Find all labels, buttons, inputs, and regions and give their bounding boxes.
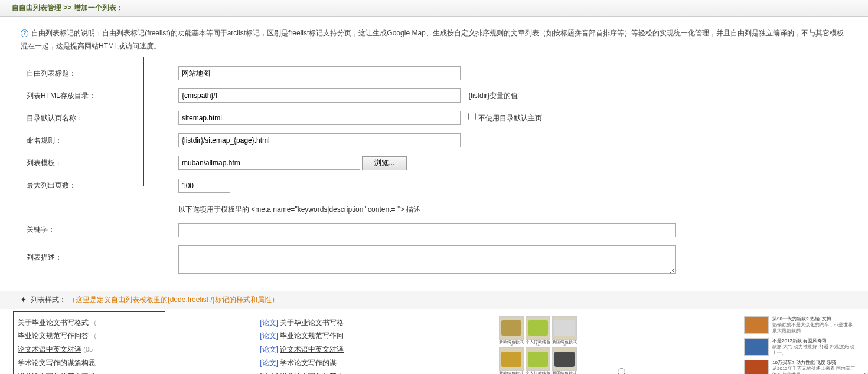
label-nodef: 不使用目录默认主页 <box>478 114 542 122</box>
style-radio-3[interactable] <box>618 368 625 374</box>
collapse-icon[interactable]: ✦ <box>21 296 26 303</box>
input-default[interactable] <box>178 111 461 125</box>
label-rule: 命名规则： <box>22 130 172 151</box>
meta-hint: 以下选项用于模板里的 <meta name="keywords|descript… <box>174 198 849 218</box>
help-icon: ? <box>21 29 28 37</box>
list-item-link[interactable]: 学术论文写作的谋篇构思 <box>18 359 96 367</box>
list-item-link[interactable]: 毕业论文规范写作问 <box>280 332 344 340</box>
list-item-link[interactable]: 关于毕业论文书写格式 <box>18 319 89 327</box>
thumbnail[interactable] <box>526 316 550 340</box>
info-text: ? 自由列表标记的说明：自由列表标记(freelist)的功能基本等同于arcl… <box>21 27 850 53</box>
thumbnail <box>744 338 769 356</box>
checkbox-nodef[interactable] <box>468 113 476 120</box>
input-dir[interactable] <box>178 88 461 103</box>
label-dir: 列表HTML存放目录： <box>22 85 172 106</box>
car-list-item[interactable]: 10万买车? 动力性能 飞度 乐骑从2012年千万元的价格上来看 国内车厂汽车都… <box>744 360 856 374</box>
browse-button[interactable]: 浏览... <box>362 156 407 170</box>
section-header: ✦ 列表样式： （这里是定义自由列表模板里的{dede:freelist /}标… <box>0 291 868 309</box>
label-template: 列表模板： <box>22 152 172 174</box>
list-item-link[interactable]: 论文术语中英文对译 <box>280 345 344 353</box>
breadcrumb: 自自由列表管理 >> 增加一个列表： <box>0 0 868 17</box>
thumbnail[interactable] <box>499 316 524 340</box>
style-option-3: 新款纯色款式 该个人打款纯色 该新国纯色款式 该新款纯色款式 该个人打款纯色 该… <box>499 316 611 374</box>
label-keywords: 关键字： <box>22 219 172 241</box>
breadcrumb-current: 增加一个列表： <box>74 4 123 12</box>
car-list-item[interactable]: 不是2012新款 有圆风寿司款丽 大气 动力性能好 舒适 外观漂亮 动力一... <box>744 338 856 356</box>
info-label: 自由列表标记的说明：自由列表标记(freelist)的功能基本等同于arclis… <box>21 29 844 50</box>
input-title[interactable] <box>178 66 461 80</box>
dir-hint: {listdir}变量的值 <box>468 91 518 100</box>
input-keywords[interactable] <box>178 223 676 237</box>
thumbnail <box>744 316 769 334</box>
thumbnail[interactable] <box>526 347 550 371</box>
input-maxpage[interactable] <box>178 179 230 193</box>
label-maxpage: 最大列出页数： <box>22 175 172 196</box>
list-item-link[interactable]: 毕业论文规范写作问答 <box>18 332 89 340</box>
thumbnail[interactable] <box>552 347 577 371</box>
style-option-1: 关于毕业论文书写格式 （毕业论文规范写作问答 （论文术语中英文对译 (05学术论… <box>18 316 165 374</box>
input-template[interactable] <box>178 156 360 170</box>
thumbnail[interactable] <box>499 347 524 371</box>
car-list-item[interactable]: 第90一代的新款? 热销| 文博热销款的不是大众化的汽车，不是世界最大最热款的.… <box>744 316 856 334</box>
style-option-4: 第90一代的新款? 热销| 文博热销款的不是大众化的汽车，不是世界最大最热款的.… <box>744 316 856 374</box>
breadcrumb-link[interactable]: 自自由列表管理 <box>12 4 61 12</box>
label-description: 列表描述： <box>22 242 172 279</box>
input-rule[interactable] <box>178 133 461 147</box>
thumbnail <box>744 360 769 374</box>
input-description[interactable] <box>178 245 676 274</box>
label-default: 目录默认页名称： <box>22 107 172 129</box>
section-note: （这里是定义自由列表模板里的{dede:freelist /}标记的样式和属性） <box>68 296 279 304</box>
breadcrumb-sep: >> <box>61 4 74 12</box>
section-title: 列表样式： <box>31 296 66 304</box>
list-item-link[interactable]: 学术论文写作的谋 <box>280 359 337 367</box>
label-title: 自由列表标题： <box>22 63 172 84</box>
list-item-link[interactable]: 关于毕业论文书写格 <box>280 319 344 327</box>
style-option-2: [论文] 关于毕业论文书写格[论文] 毕业论文规范写作问[论文] 论文术语中英文… <box>260 316 366 374</box>
thumbnail[interactable] <box>552 316 577 340</box>
form-table: 自由列表标题： 列表HTML存放目录： {listdir}变量的值 目录默认页名… <box>21 61 850 280</box>
list-item-link[interactable]: 论文术语中英文对译 <box>18 345 81 353</box>
style-options: 关于毕业论文书写格式 （毕业论文规范写作问答 （论文术语中英文对译 (05学术论… <box>0 309 868 374</box>
